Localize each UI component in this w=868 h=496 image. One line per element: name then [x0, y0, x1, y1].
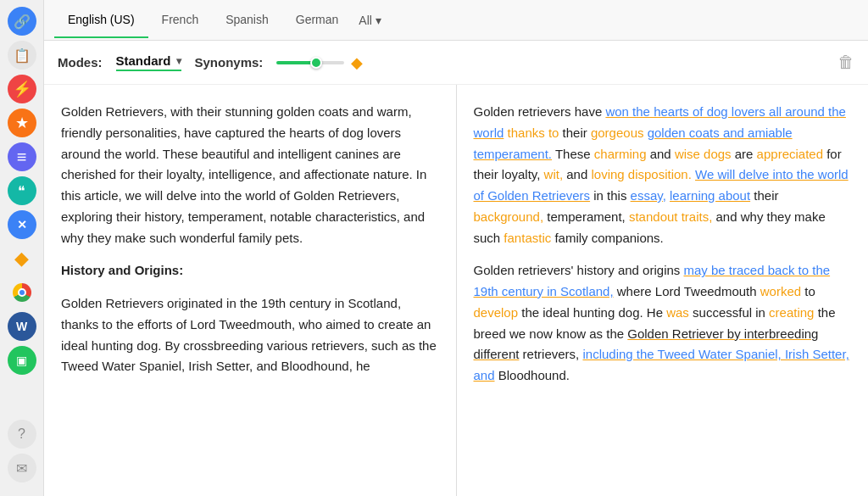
- rp2-s10: creating: [769, 305, 814, 320]
- rp2-s1: Golden retrievers' history and origins: [474, 263, 684, 277]
- slider-track[interactable]: [276, 61, 344, 64]
- main-content: English (US) French Spanish German All ▾…: [44, 0, 868, 496]
- sidebar: 🔗 📋 ⚡ ★ ≡ ❝ ✕ ◆ W ▣ ? ✉: [0, 0, 44, 496]
- left-para-1: Golden Retrievers, with their stunning g…: [61, 102, 439, 248]
- rp2-s15: Bloodhound.: [495, 368, 570, 382]
- content-area: Golden Retrievers, with their stunning g…: [44, 85, 868, 496]
- rp1-s24: learning about: [670, 188, 750, 203]
- rp1-s14: appreciated: [757, 147, 823, 161]
- rp1-s30: fantastic: [504, 231, 551, 245]
- mail-icon[interactable]: ✉: [8, 454, 36, 482]
- rp2-s4: worked: [760, 284, 801, 298]
- synonyms-slider[interactable]: ◆: [276, 53, 363, 72]
- rp1-s25: their: [750, 188, 778, 203]
- rp2-s13: retrievers,: [519, 347, 582, 361]
- synonyms-label: Synonyms:: [195, 55, 264, 70]
- document-icon[interactable]: 📋: [8, 41, 36, 70]
- modes-value: Standard: [116, 53, 171, 68]
- right-pane: Golden retrievers have won the hearts of…: [457, 85, 869, 496]
- chrome-icon[interactable]: [8, 278, 36, 307]
- rp1-s1: Golden retrievers have: [474, 104, 606, 119]
- quote-icon[interactable]: ❝: [8, 176, 36, 205]
- chevron-down-icon: ▾: [376, 14, 381, 27]
- tab-english[interactable]: English (US): [54, 3, 148, 38]
- help-icon[interactable]: ?: [8, 420, 36, 449]
- rp1-s11: and: [647, 147, 675, 161]
- left-pane: Golden Retrievers, with their stunning g…: [44, 85, 457, 496]
- tab-all-label: All: [359, 14, 372, 27]
- rp1-s13: are: [732, 147, 757, 161]
- right-para-1: Golden retrievers have won the hearts of…: [474, 102, 852, 248]
- rp2-s3: where Lord Tweedmouth: [614, 284, 760, 298]
- rp1-s18: loving disposition.: [591, 167, 691, 181]
- gem-icon[interactable]: ◆: [8, 244, 36, 273]
- star-icon[interactable]: ★: [8, 109, 36, 137]
- tab-spanish[interactable]: Spanish: [212, 3, 282, 38]
- rp1-s6: gorgeous: [591, 125, 644, 140]
- modes-dropdown[interactable]: Standard ▾: [116, 53, 181, 71]
- tabs-bar: English (US) French Spanish German All ▾: [44, 0, 868, 41]
- rp2-s8: was: [666, 305, 689, 320]
- tab-all[interactable]: All ▾: [352, 3, 388, 37]
- rp1-s21: in this: [590, 188, 631, 203]
- rp2-s5: to: [801, 284, 815, 298]
- rp2-s7: the ideal hunting dog. He: [518, 305, 666, 320]
- rp1-s12: wise dogs: [675, 147, 732, 161]
- rp1-s16: wit,: [544, 167, 564, 181]
- alert-icon[interactable]: ⚡: [8, 75, 36, 103]
- rp1-s17: and: [563, 167, 591, 181]
- modes-label: Modes:: [58, 55, 103, 70]
- gem-slider-icon: ◆: [351, 53, 363, 72]
- rp2-s9: successful in: [689, 305, 769, 320]
- rp1-s9: These: [552, 147, 594, 161]
- rp1-s10: charming: [594, 147, 647, 161]
- left-para-2: Golden Retrievers originated in the 19th…: [61, 293, 439, 377]
- link-icon[interactable]: 🔗: [8, 7, 36, 36]
- left-heading: History and Origins:: [61, 260, 439, 281]
- tab-german[interactable]: German: [282, 3, 353, 38]
- screen-icon[interactable]: ▣: [8, 346, 36, 375]
- slider-thumb[interactable]: [310, 57, 322, 69]
- tab-french[interactable]: French: [148, 3, 213, 38]
- trash-icon[interactable]: 🗑: [837, 53, 854, 72]
- right-para-2: Golden retrievers' history and origins m…: [474, 260, 852, 387]
- word-icon[interactable]: W: [8, 312, 36, 341]
- rp1-s28: standout traits,: [629, 209, 712, 224]
- rp1-s5: their: [559, 125, 591, 140]
- rp1-s27: temperament,: [543, 209, 629, 224]
- lines-icon[interactable]: ≡: [8, 142, 36, 171]
- rp1-s31: family companions.: [551, 231, 664, 245]
- modes-arrow-icon: ▾: [176, 55, 181, 67]
- rp1-s22: essay,: [631, 188, 666, 203]
- rp1-s26: background,: [474, 209, 544, 224]
- rp2-s6: develop: [474, 305, 519, 320]
- rp1-s4: thanks to: [508, 125, 559, 140]
- toolbar: Modes: Standard ▾ Synonyms: ◆ 🗑: [44, 41, 868, 85]
- translate-icon[interactable]: ✕: [8, 210, 36, 239]
